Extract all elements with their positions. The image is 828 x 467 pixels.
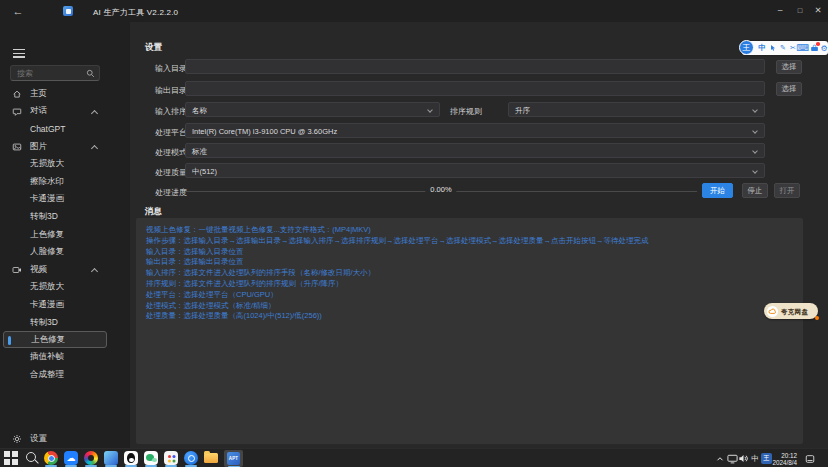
sidebar-item-label: 卡通漫画 — [30, 299, 64, 311]
ime-toolbar[interactable]: 王 中 ✎ ✂ ⌨ ⚙ — [742, 41, 828, 55]
tray-clock[interactable]: 20:12 2024/8/4 — [770, 452, 797, 467]
main-panel: 设置 输入目录 选择 输出目录 选择 输入排序 名称 排序规则 升序 处理平台 … — [130, 22, 828, 448]
sidebar-item-chat[interactable]: 对话 — [0, 103, 110, 121]
selection-indicator — [8, 336, 11, 345]
back-button[interactable]: ← — [10, 3, 26, 19]
input-dir-field[interactable] — [185, 59, 765, 74]
ime-language-indicator[interactable]: 中 — [749, 452, 761, 465]
chevron-down-icon — [427, 107, 433, 113]
sidebar-item-label: ChatGPT — [30, 124, 65, 134]
message-line: 输出目录：选择输出目录位置 — [146, 257, 793, 268]
message-line: 输入目录：选择输入目录位置 — [146, 247, 793, 258]
sidebar-item-label: 上色修复 — [31, 334, 65, 346]
message-line: 处理质量：选择处理质量（高(1024)/中(512)/低(256)) — [146, 311, 793, 322]
taskbar-app-start[interactable] — [4, 451, 18, 465]
speaker-icon[interactable] — [737, 452, 749, 465]
hamburger-menu-icon[interactable] — [13, 49, 25, 58]
sidebar-item-home[interactable]: 主页 — [0, 85, 110, 103]
search-input[interactable] — [17, 67, 85, 79]
input-dir-select-button[interactable]: 选择 — [776, 60, 802, 74]
taskbar-app-kuwo[interactable] — [184, 451, 198, 465]
input-dir-input[interactable] — [191, 61, 759, 72]
tray-time: 20:12 — [770, 452, 797, 460]
output-dir-input[interactable] — [191, 83, 759, 94]
chevron-up-icon[interactable] — [91, 145, 98, 152]
progress-bar: 0.00% — [185, 183, 697, 198]
sidebar-item-settings[interactable]: 设置 — [0, 430, 110, 448]
taskbar-app-crystal[interactable] — [104, 451, 118, 465]
taskbar-app-quark[interactable] — [64, 451, 78, 465]
sidebar-item-video-to3d[interactable]: 转制3D — [0, 314, 110, 332]
ime-logo-icon[interactable]: 王 — [739, 40, 754, 55]
output-dir-label: 输出目录 — [155, 85, 187, 96]
sidebar-item-label: 上色修复 — [30, 229, 64, 241]
sidebar-item-label: 无损放大 — [30, 281, 64, 293]
chevron-down-icon — [752, 107, 758, 113]
quark-netdisk-badge[interactable]: 夸克网盘 — [764, 303, 818, 319]
ime-mode-indicator[interactable]: 中 — [757, 41, 767, 55]
home-icon — [12, 89, 22, 99]
sidebar-item-video-interpolation[interactable]: 插值补帧 — [0, 348, 110, 366]
sidebar-item-image[interactable]: 图片 — [0, 138, 110, 156]
sidebar-item-label: 插值补帧 — [30, 351, 64, 363]
close-button[interactable]: ✕ — [810, 2, 826, 18]
taskbar-app-wechat[interactable] — [144, 451, 158, 465]
taskbar-app-search[interactable] — [26, 452, 36, 462]
cursor-icon[interactable] — [768, 41, 778, 55]
input-sort-select[interactable]: 名称 — [185, 102, 440, 117]
pen-icon[interactable]: ✎ — [778, 41, 788, 55]
sidebar-item-chatgpt[interactable]: ChatGPT — [0, 120, 110, 138]
sidebar-item-video-upscale[interactable]: 无损放大 — [0, 279, 110, 297]
apt-app-icon: APT — [227, 452, 240, 465]
platform-select[interactable]: Intel(R) Core(TM) i3-9100 CPU @ 3.60GHz — [185, 123, 765, 138]
sidebar-item-image-upscale[interactable]: 无损放大 — [0, 155, 110, 173]
quality-select[interactable]: 中(512) — [185, 163, 765, 178]
sidebar-item-video[interactable]: 视频 — [0, 261, 110, 279]
sidebar-item-image-colorize[interactable]: 上色修复 — [0, 226, 110, 244]
sidebar-item-video-cartoon[interactable]: 卡通漫画 — [0, 296, 110, 314]
start-button[interactable]: 开始 — [702, 183, 733, 198]
sidebar-item-image-watermark[interactable]: 擦除水印 — [0, 173, 110, 191]
minimize-button[interactable]: – — [772, 2, 788, 18]
search-box[interactable] — [10, 65, 100, 81]
sidebar-item-video-colorize[interactable]: 上色修复 — [3, 331, 107, 348]
message-box[interactable]: 视频上色修复：一键批量视频上色修复...支持文件格式：(MP4|MKV)操作步骤… — [136, 218, 803, 444]
platform-label: 处理平台 — [155, 127, 187, 138]
stop-button[interactable]: 停止 — [742, 183, 768, 198]
sidebar: 主页对话ChatGPT图片无损放大擦除水印卡通漫画转制3D上色修复人脸修复视频无… — [0, 22, 130, 448]
taskbar-app-apt[interactable]: APT — [224, 450, 243, 467]
mode-select[interactable]: 标准 — [185, 143, 765, 158]
input-dir-label: 输入目录 — [155, 63, 187, 74]
sort-rule-value: 升序 — [515, 106, 530, 116]
output-dir-field[interactable] — [185, 81, 765, 96]
chevron-up-icon[interactable] — [91, 268, 98, 275]
progress-percent: 0.00% — [425, 185, 456, 194]
tray-expand-chevron-icon[interactable] — [714, 452, 726, 465]
maximize-button[interactable]: □ — [792, 2, 808, 18]
sidebar-item-video-merge[interactable]: 合成整理 — [0, 366, 110, 384]
sort-rule-label: 排序规则 — [450, 106, 482, 117]
chevron-up-icon[interactable] — [91, 110, 98, 117]
ime-settings-gear-icon[interactable]: ⚙ — [819, 41, 828, 55]
tray-date: 2024/8/4 — [770, 459, 797, 467]
quark-label: 夸克网盘 — [781, 308, 808, 317]
sidebar-item-image-to3d[interactable]: 转制3D — [0, 208, 110, 226]
taskbar: APT 中 王 20:12 2024/8/4 — [0, 448, 828, 467]
chevron-down-icon — [752, 148, 758, 154]
sidebar-item-label: 视频 — [30, 264, 47, 276]
output-dir-select-button[interactable]: 选择 — [776, 82, 802, 96]
notification-center-icon[interactable] — [804, 452, 816, 465]
taskbar-app-explorer[interactable] — [204, 453, 218, 463]
taskbar-app-store[interactable] — [164, 451, 178, 465]
taskbar-app-qq[interactable] — [124, 451, 138, 465]
open-button[interactable]: 打开 — [774, 183, 800, 198]
sidebar-item-image-face[interactable]: 人脸修复 — [0, 243, 110, 261]
input-sort-value: 名称 — [192, 106, 207, 116]
taskbar-app-chrome[interactable] — [44, 451, 58, 465]
message-line: 输入排序：选择文件进入处理队列的排序手段（名称/修改日期/大小） — [146, 268, 793, 279]
keyboard-icon[interactable]: ⌨ — [798, 41, 808, 55]
sidebar-item-label: 合成整理 — [30, 369, 64, 381]
sort-rule-select[interactable]: 升序 — [508, 102, 765, 117]
taskbar-app-wheel[interactable] — [84, 451, 98, 465]
sidebar-item-image-cartoon[interactable]: 卡通漫画 — [0, 191, 110, 209]
